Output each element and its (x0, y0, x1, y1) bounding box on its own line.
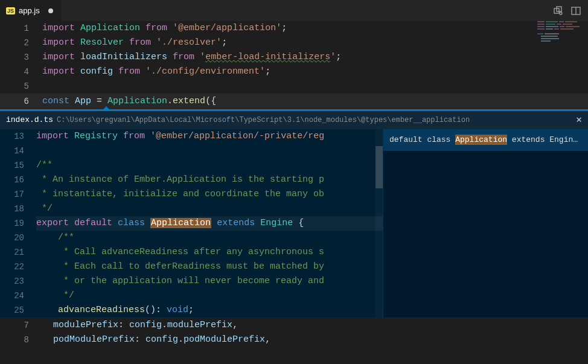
compare-icon[interactable] (553, 6, 563, 16)
main-editor[interactable]: 1 import Application from '@ember/applic… (0, 21, 588, 347)
line-number: 14 (0, 144, 36, 158)
unsaved-dot-icon (48, 8, 53, 13)
line-number: 17 (0, 187, 36, 202)
line-number: 18 (0, 202, 36, 216)
editor-tab[interactable]: JS app.js (0, 0, 62, 21)
peek-header: index.d.ts C:\Users\gregvanl\AppData\Loc… (0, 111, 588, 129)
split-editor-icon[interactable] (571, 6, 581, 16)
line-number: 24 (0, 289, 36, 303)
editor-actions (553, 6, 588, 16)
line-number: 6 (0, 94, 42, 109)
line-number: 1 (0, 21, 42, 36)
line-number: 22 (0, 260, 36, 274)
line-number: 19 (0, 216, 36, 231)
peek-filename[interactable]: index.d.ts (6, 113, 53, 127)
peek-result-item[interactable]: default class Application extends Engin… (383, 129, 588, 151)
line-number: 2 (0, 36, 42, 50)
line-number: 16 (0, 173, 36, 187)
line-number: 3 (0, 50, 42, 65)
js-file-icon: JS (6, 7, 15, 14)
peek-scrollbar[interactable] (375, 129, 383, 318)
svg-point-2 (560, 12, 562, 14)
peek-filepath: C:\Users\gregvanl\AppData\Local\Microsof… (57, 113, 470, 127)
line-number: 5 (0, 79, 42, 94)
tab-title: app.js (19, 6, 40, 15)
line-number: 20 (0, 231, 36, 245)
peek-arrow-icon (101, 106, 111, 111)
line-number: 8 (0, 333, 42, 347)
peek-view: index.d.ts C:\Users\gregvanl\AppData\Loc… (0, 109, 588, 318)
peek-results-list: default class Application extends Engin… (383, 129, 588, 318)
line-number: 21 (0, 245, 36, 260)
line-number: 4 (0, 65, 42, 79)
line-number: 7 (0, 318, 42, 333)
line-number: 15 (0, 158, 36, 173)
line-number: 23 (0, 274, 36, 289)
line-number: 25 (0, 303, 36, 318)
peek-editor[interactable]: 13 import Registry from '@ember/applicat… (0, 129, 383, 318)
close-icon[interactable]: ✕ (576, 113, 582, 127)
tab-bar: JS app.js (0, 0, 588, 21)
scroll-thumb[interactable] (375, 146, 383, 188)
line-number: 13 (0, 129, 36, 144)
